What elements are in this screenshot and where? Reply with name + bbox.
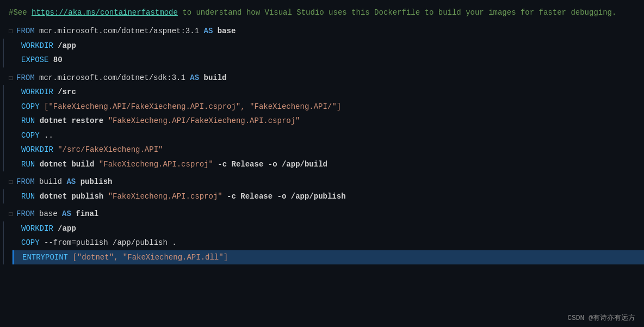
block-publish-inner: RUN dotnet publish "FakeXiecheng.API.csp… — [3, 189, 644, 204]
alias-final: final — [76, 207, 98, 221]
alias-publish: publish — [81, 175, 113, 189]
workdir-src-line: WORKDIR /src — [13, 85, 644, 100]
image-base-ref: base — [39, 207, 58, 221]
workdir-src-content: WORKDIR /src — [21, 85, 76, 99]
fold-icon-publish[interactable]: □ — [9, 177, 14, 188]
copy-csproj-val: ["FakeXiecheng.API/FakeXiecheng.API.cspr… — [44, 100, 341, 114]
copy-dot-val: .. — [44, 129, 53, 143]
run-build-content: RUN dotnet build "FakeXiecheng.API.cspro… — [21, 158, 327, 171]
copy-csproj-content: COPY ["FakeXiecheng.API/FakeXiecheng.API… — [21, 100, 341, 114]
footer-text: CSDN @有诗亦有远方 — [567, 314, 635, 322]
entrypoint-kw: ENTRYPOINT — [22, 251, 68, 264]
entrypoint-val: ["dotnet", "FakeXiecheng.API.dll"] — [72, 251, 228, 264]
copy-csproj-line: COPY ["FakeXiecheng.API/FakeXiecheng.API… — [13, 100, 644, 114]
copy-publish-line: COPY --from=publish /app/publish . — [13, 236, 644, 250]
comment-suffix: to understand how Visual Studio uses thi… — [178, 8, 617, 17]
from-publish-line: □ FROM build AS publish — [0, 175, 644, 189]
image-sdk: mcr.microsoft.com/dotnet/sdk:3.1 — [39, 71, 185, 85]
from-base-content: FROM mcr.microsoft.com/dotnet/aspnet:3.1… — [16, 24, 236, 38]
run-publish-proj: "FakeXiecheng.API.csproj" — [108, 190, 222, 203]
from-build-line: □ FROM mcr.microsoft.com/dotnet/sdk:3.1 … — [0, 71, 644, 85]
as-keyword-4: AS — [62, 207, 71, 221]
entrypoint-content: ENTRYPOINT ["dotnet", "FakeXiecheng.API.… — [22, 251, 228, 264]
copy-dot-content: COPY .. — [21, 129, 53, 143]
comment-link[interactable]: https://aka.ms/containerfastmode — [32, 8, 178, 17]
run-build-flags: -c Release -o /app/build — [218, 158, 327, 171]
workdir-src-val: /src — [58, 85, 76, 99]
run-restore-args: "FakeXiecheng.API/FakeXiecheng.API.cspro… — [108, 114, 300, 128]
block-base: □ FROM mcr.microsoft.com/dotnet/aspnet:3… — [0, 24, 644, 67]
dockerfile-viewer: #See https://aka.ms/containerfastmode to… — [0, 0, 644, 327]
block-build-inner: WORKDIR /src COPY ["FakeXiecheng.API/Fak… — [3, 85, 644, 171]
copy-publish-val: --from=publish /app/publish . — [44, 236, 177, 250]
copy-kw-2: COPY — [21, 129, 40, 143]
expose-kw: EXPOSE — [21, 53, 48, 67]
fold-icon-build[interactable]: □ — [9, 73, 14, 84]
run-kw-2: RUN — [21, 158, 35, 171]
as-keyword-2: AS — [190, 71, 199, 85]
alias-base: base — [218, 24, 236, 38]
as-keyword-3: AS — [66, 175, 76, 189]
workdir-kw-3: WORKDIR — [21, 143, 53, 157]
from-keyword-3: FROM — [16, 175, 35, 189]
run-kw-1: RUN — [21, 114, 35, 128]
workdir-kw-1: WORKDIR — [21, 39, 53, 53]
block-final: □ FROM base AS final WORKDIR /app COPY -… — [0, 207, 644, 264]
run-build-proj: "FakeXiecheng.API.csproj" — [99, 158, 213, 171]
workdir-kw-2: WORKDIR — [21, 85, 53, 99]
copy-publish-content: COPY --from=publish /app/publish . — [21, 236, 177, 250]
run-build-line: RUN dotnet build "FakeXiecheng.API.cspro… — [13, 157, 644, 172]
block-publish: □ FROM build AS publish RUN dotnet publi… — [0, 175, 644, 203]
comment-prefix: #See — [9, 8, 32, 17]
run-publish-content: RUN dotnet publish "FakeXiecheng.API.csp… — [21, 190, 346, 203]
workdir-app2-val: /app — [58, 222, 76, 236]
run-publish-flags: -c Release -o /app/publish — [227, 190, 345, 203]
block-final-inner: WORKDIR /app COPY --from=publish /app/pu… — [3, 221, 644, 265]
comment-line: #See https://aka.ms/containerfastmode to… — [0, 4, 644, 21]
run-build-cmd: dotnet build — [40, 158, 95, 171]
from-base-line: □ FROM mcr.microsoft.com/dotnet/aspnet:3… — [0, 24, 644, 39]
fold-icon-base[interactable]: □ — [9, 26, 14, 38]
expose-val: 80 — [53, 53, 63, 67]
expose-line: EXPOSE 80 — [13, 53, 644, 67]
workdir-app-content: WORKDIR /app — [21, 39, 76, 53]
image-build-ref: build — [39, 175, 62, 189]
block-build: □ FROM mcr.microsoft.com/dotnet/sdk:3.1 … — [0, 71, 644, 172]
image-aspnet: mcr.microsoft.com/dotnet/aspnet:3.1 — [39, 24, 199, 38]
workdir-kw-4: WORKDIR — [21, 222, 53, 236]
run-restore-content: RUN dotnet restore "FakeXiecheng.API/Fak… — [21, 114, 300, 128]
from-keyword-4: FROM — [16, 207, 35, 221]
workdir-app-line: WORKDIR /app — [13, 39, 644, 53]
workdir-api-content: WORKDIR "/src/FakeXiecheng.API" — [21, 143, 163, 157]
from-publish-content: FROM build AS publish — [16, 175, 112, 189]
run-restore-cmd: dotnet restore — [40, 114, 104, 128]
run-publish-line: RUN dotnet publish "FakeXiecheng.API.csp… — [13, 189, 644, 204]
run-publish-cmd: dotnet publish — [40, 190, 104, 203]
run-kw-3: RUN — [21, 190, 35, 203]
from-keyword-1: FROM — [16, 24, 35, 38]
run-restore-line: RUN dotnet restore "FakeXiecheng.API/Fak… — [13, 114, 644, 128]
alias-build: build — [203, 71, 226, 85]
footer-attribution: CSDN @有诗亦有远方 — [567, 313, 635, 323]
workdir-api-val: "/src/FakeXiecheng.API" — [58, 143, 163, 157]
workdir-app-val: /app — [58, 39, 76, 53]
workdir-app2-line: WORKDIR /app — [13, 221, 644, 236]
from-keyword-2: FROM — [16, 71, 35, 85]
as-keyword-1: AS — [203, 24, 213, 38]
workdir-app2-content: WORKDIR /app — [21, 222, 76, 236]
copy-kw-3: COPY — [21, 236, 40, 250]
from-build-content: FROM mcr.microsoft.com/dotnet/sdk:3.1 AS… — [16, 71, 227, 85]
from-final-line: □ FROM base AS final — [0, 207, 644, 221]
copy-dot-line: COPY .. — [13, 128, 644, 143]
copy-kw-1: COPY — [21, 100, 40, 114]
workdir-api-line: WORKDIR "/src/FakeXiecheng.API" — [13, 143, 644, 157]
expose-content: EXPOSE 80 — [21, 53, 63, 67]
block-base-inner: WORKDIR /app EXPOSE 80 — [3, 39, 644, 67]
fold-icon-final[interactable]: □ — [9, 209, 14, 220]
entrypoint-line: ENTRYPOINT ["dotnet", "FakeXiecheng.API.… — [13, 250, 644, 265]
from-final-content: FROM base AS final — [16, 207, 98, 221]
